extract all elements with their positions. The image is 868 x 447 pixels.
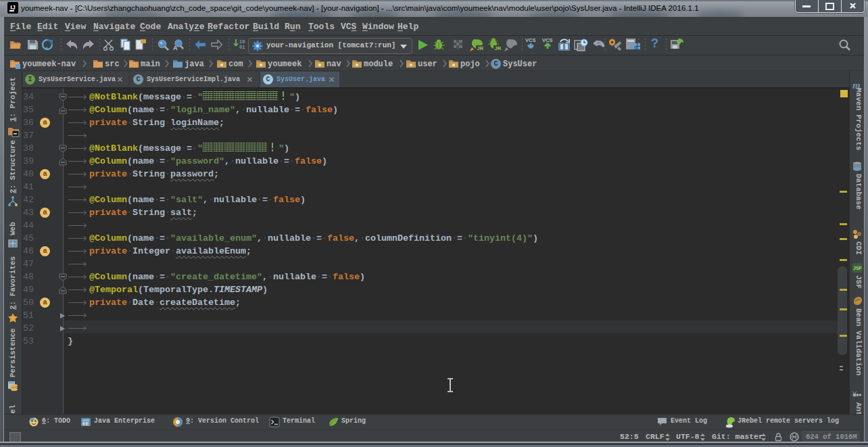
svg-text:VCS: VCS [542, 37, 552, 43]
svg-text:JSF: JSF [853, 266, 863, 270]
svg-text:JR: JR [477, 45, 484, 51]
svg-text:01: 01 [239, 45, 245, 50]
svg-text:A: A [173, 45, 178, 51]
svg-text:EE: EE [82, 421, 89, 426]
svg-text:VCS: VCS [525, 37, 535, 43]
svg-text:JR: JR [495, 45, 502, 51]
svg-text:10: 10 [239, 39, 245, 45]
